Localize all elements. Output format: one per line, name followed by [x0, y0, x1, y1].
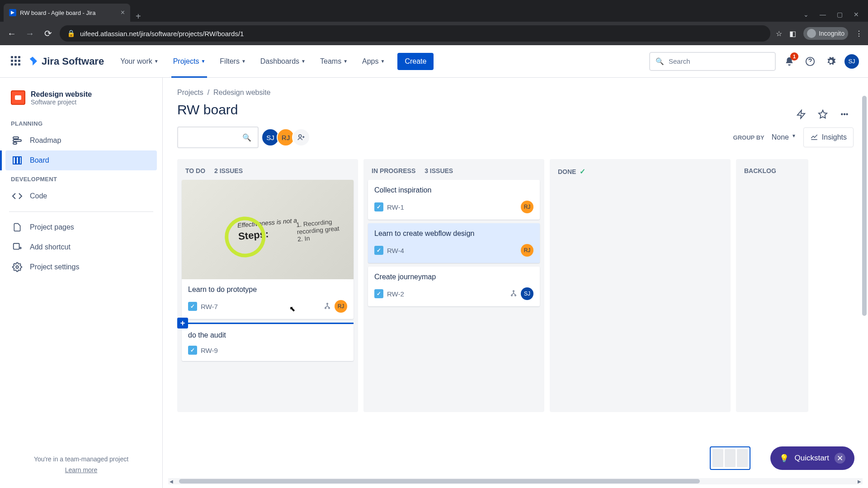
back-icon[interactable]: ←	[5, 28, 18, 39]
url-bar[interactable]: 🔒 uifeed.atlassian.net/jira/software/pro…	[60, 25, 770, 42]
browser-tab-strip: RW board - Agile board - Jira × + ⌄ ― ▢ …	[0, 0, 868, 22]
task-type-icon	[374, 289, 383, 298]
card-rw-4[interactable]: Learn to create webflow design RW-4 RJ	[368, 223, 540, 263]
jira-logo[interactable]: Jira Software	[27, 56, 104, 67]
task-type-icon	[188, 302, 197, 311]
nav-projects[interactable]: Projects▼	[168, 45, 211, 78]
task-type-icon	[374, 202, 383, 211]
group-by-select[interactable]: None▼	[772, 133, 796, 141]
column-header: DONE✓	[554, 165, 726, 181]
tab-search-icon[interactable]: ⌄	[803, 11, 809, 18]
vertical-scrollbar[interactable]	[861, 78, 868, 478]
browser-menu-icon[interactable]: ⋮	[855, 29, 863, 38]
card-rw-1[interactable]: Collect inspiration RW-1 RJ	[368, 180, 540, 220]
nav-apps[interactable]: Apps▼	[357, 45, 390, 78]
minimize-icon[interactable]: ―	[820, 11, 826, 18]
quickstart-button[interactable]: 💡 Quickstart ✕	[770, 446, 854, 470]
column-done[interactable]: DONE✓	[550, 159, 731, 412]
breadcrumb-project[interactable]: Redesign website	[213, 89, 270, 96]
card-rw-9[interactable]: do the audit RW-9	[182, 325, 354, 361]
card-key: RW-7	[201, 303, 218, 310]
close-icon[interactable]: ✕	[835, 453, 845, 464]
card-key: RW-9	[201, 347, 218, 354]
board-minimap[interactable]	[710, 446, 750, 470]
svg-rect-3	[13, 142, 17, 144]
board-title: RW board	[177, 102, 238, 117]
project-type: Software project	[31, 99, 92, 106]
chevron-down-icon: ▼	[381, 59, 385, 64]
bookmark-icon[interactable]: ☆	[776, 29, 782, 38]
child-issues-icon	[324, 302, 331, 311]
help-icon[interactable]	[803, 54, 817, 69]
child-issues-icon	[510, 290, 517, 298]
project-icon	[11, 90, 25, 105]
user-avatar[interactable]: SJ	[844, 54, 859, 69]
card-title: do the audit	[188, 331, 347, 339]
reload-icon[interactable]: ⟳	[42, 28, 54, 39]
sidebar-item-project-settings[interactable]: Project settings	[5, 257, 157, 277]
column-todo[interactable]: TO DO 2 ISSUES Effectiveness is not a St…	[177, 159, 358, 412]
add-member-button[interactable]	[292, 128, 310, 146]
svg-point-19	[513, 291, 514, 292]
search-icon: 🔍	[656, 57, 664, 66]
notifications-icon[interactable]: 1	[782, 54, 797, 69]
svg-point-13	[299, 135, 302, 137]
browser-tab[interactable]: RW board - Agile board - Jira ×	[4, 4, 130, 22]
learn-more-link[interactable]: Learn more	[14, 466, 148, 474]
check-icon: ✓	[580, 167, 585, 176]
sidebar-item-code[interactable]: Code	[5, 186, 157, 206]
assignee-avatar[interactable]: SJ	[521, 287, 533, 300]
horizontal-scrollbar[interactable]: ◀▶	[168, 478, 863, 484]
lock-icon: 🔒	[67, 29, 75, 38]
star-icon[interactable]	[814, 105, 832, 123]
project-header[interactable]: Redesign website Software project	[5, 90, 157, 115]
column-header: TO DO 2 ISSUES	[182, 165, 354, 180]
nav-your-work[interactable]: Your work▼	[115, 45, 164, 78]
chevron-down-icon: ▼	[154, 59, 159, 64]
incognito-badge[interactable]: Incognito	[803, 27, 848, 40]
search-input[interactable]: 🔍 Search	[649, 52, 776, 71]
column-in-progress[interactable]: IN PROGRESS 3 ISSUES Collect inspiration…	[363, 159, 544, 412]
breadcrumb: Projects / Redesign website	[177, 89, 854, 97]
card-key: RW-1	[387, 203, 404, 211]
breadcrumb-projects[interactable]: Projects	[177, 89, 203, 96]
jira-top-nav: Jira Software Your work▼ Projects▼ Filte…	[0, 45, 868, 78]
new-tab-button[interactable]: +	[130, 11, 146, 22]
insights-button[interactable]: Insights	[803, 127, 854, 147]
board-search-input[interactable]: 🔍	[177, 127, 259, 148]
sidebar-item-project-pages[interactable]: Project pages	[5, 217, 157, 237]
app-switcher-icon[interactable]	[9, 54, 24, 69]
nav-filters[interactable]: Filters▼	[214, 45, 251, 78]
svg-rect-4	[13, 157, 15, 164]
close-window-icon[interactable]: ✕	[854, 11, 859, 18]
automation-icon[interactable]	[792, 105, 810, 123]
window-controls: ⌄ ― ▢ ✕	[803, 11, 868, 22]
settings-icon[interactable]	[824, 54, 838, 69]
extensions-icon[interactable]: ◧	[789, 29, 796, 38]
maximize-icon[interactable]: ▢	[837, 11, 843, 18]
sidebar-item-add-shortcut[interactable]: Add shortcut	[5, 237, 157, 257]
forward-icon: →	[24, 28, 36, 39]
nav-teams[interactable]: Teams▼	[315, 45, 353, 78]
sidebar-divider	[9, 211, 153, 212]
svg-point-16	[327, 303, 328, 305]
drop-indicator[interactable]	[182, 323, 354, 324]
card-key: RW-4	[387, 247, 404, 254]
add-shortcut-icon	[12, 242, 23, 253]
sidebar-item-roadmap[interactable]: Roadmap	[5, 131, 157, 150]
sidebar-item-board[interactable]: Board	[5, 150, 157, 170]
svg-rect-6	[19, 157, 21, 164]
jira-logo-icon	[27, 56, 39, 67]
assignee-avatar[interactable]: RJ	[521, 244, 533, 257]
close-tab-icon[interactable]: ×	[121, 9, 125, 17]
search-icon: 🔍	[242, 133, 251, 142]
card-rw-7[interactable]: Effectiveness is not a Steps: 1. Recordi…	[182, 180, 354, 319]
more-icon[interactable]: •••	[835, 105, 854, 123]
assignee-avatar[interactable]: RJ	[335, 300, 347, 313]
create-button[interactable]: Create	[397, 53, 434, 70]
assignee-avatar[interactable]: RJ	[521, 201, 533, 213]
nav-dashboards[interactable]: Dashboards▼	[255, 45, 311, 78]
notification-badge: 1	[790, 52, 798, 61]
column-backlog[interactable]: BACKLOG	[736, 159, 808, 412]
card-rw-2[interactable]: Create journeymap RW-2 SJ	[368, 267, 540, 306]
